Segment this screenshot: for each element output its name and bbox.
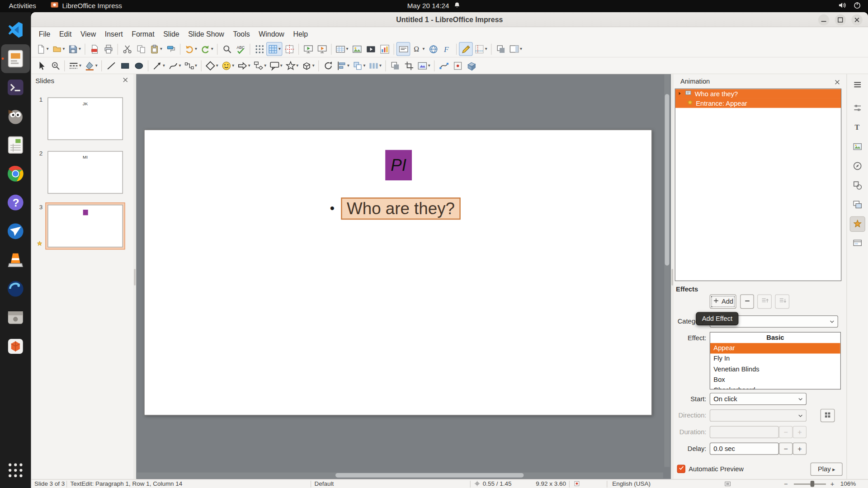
tab-master-slides[interactable]: [849, 236, 865, 251]
minimize-button[interactable]: [818, 14, 829, 25]
block-arrows-button[interactable]: ▾: [236, 59, 252, 73]
redo-button[interactable]: ▾: [199, 42, 215, 56]
start-dropdown[interactable]: On click: [710, 393, 807, 405]
stars-and-banners-button[interactable]: ▾: [284, 59, 300, 73]
add-effect-button[interactable]: Add: [710, 294, 736, 309]
delay-decrease-button[interactable]: −: [779, 443, 793, 455]
menu-insert[interactable]: Insert: [100, 28, 127, 40]
animation-panel-close-icon[interactable]: [832, 77, 842, 87]
arrange-objects-button[interactable]: ▾: [351, 59, 368, 73]
status-master-slide[interactable]: Default: [315, 480, 334, 487]
automatic-preview-checkbox[interactable]: [677, 465, 685, 473]
fit-slide-icon[interactable]: [724, 480, 731, 488]
duration-field[interactable]: [710, 426, 779, 438]
flowchart-shapes-button[interactable]: ▾: [252, 59, 268, 73]
sidebar-menu[interactable]: [849, 77, 865, 92]
vscode-dock-icon[interactable]: [1, 15, 30, 44]
insert-fontwork-button[interactable]: F: [440, 42, 454, 56]
symbol-shapes-button[interactable]: ▾: [220, 59, 236, 73]
save-button[interactable]: ▾: [66, 42, 83, 56]
find-replace-button[interactable]: [220, 42, 234, 56]
distribution-button[interactable]: ▾: [367, 59, 383, 73]
clone-formatting-button[interactable]: [164, 42, 178, 56]
menu-edit[interactable]: Edit: [55, 28, 76, 40]
display-grid-button[interactable]: [252, 42, 266, 56]
connectors-button[interactable]: ▾: [183, 59, 199, 73]
shadow-button[interactable]: [494, 42, 508, 56]
effect-options-button[interactable]: [821, 409, 835, 422]
vlc-dock-icon[interactable]: [1, 246, 30, 275]
fill-color-button[interactable]: ▾: [83, 59, 99, 73]
activities-button[interactable]: Activities: [9, 2, 36, 10]
duration-decrease-button[interactable]: −: [779, 426, 793, 438]
insert-hyperlink-button[interactable]: [426, 42, 440, 56]
tab-gallery[interactable]: [849, 139, 865, 154]
menu-slide[interactable]: Slide: [159, 28, 184, 40]
system-status-area[interactable]: [838, 1, 861, 11]
spelling-button[interactable]: ABC: [234, 42, 248, 56]
insert-special-character-button[interactable]: Ω▾: [410, 42, 427, 56]
unsaved-changes-icon[interactable]: [574, 480, 580, 488]
tab-properties[interactable]: [849, 100, 865, 116]
start-from-first-slide-button[interactable]: [301, 42, 315, 56]
show-draw-functions-button[interactable]: [459, 42, 473, 56]
duration-increase-button[interactable]: +: [793, 426, 807, 438]
align-objects-button[interactable]: ▾: [335, 59, 351, 73]
chrome-dock-icon[interactable]: [1, 160, 30, 188]
play-button[interactable]: Play ▸: [811, 463, 843, 476]
menu-tools[interactable]: Tools: [229, 28, 255, 40]
calc-dock-icon[interactable]: [1, 131, 30, 160]
selected-text[interactable]: Who are they?: [341, 197, 460, 220]
helplines-while-moving-button[interactable]: [283, 42, 297, 56]
crop-image-button[interactable]: [402, 59, 416, 73]
direction-dropdown[interactable]: [710, 409, 807, 422]
tab-shapes[interactable]: [849, 178, 865, 193]
help-dock-icon[interactable]: ?: [1, 188, 30, 217]
basic-shapes-button[interactable]: ▾: [204, 59, 220, 73]
delay-increase-button[interactable]: +: [793, 443, 807, 455]
undo-button[interactable]: ▾: [183, 42, 199, 56]
effect-option-box[interactable]: Box: [710, 375, 840, 385]
sidebar-toggle-button[interactable]: ▾: [508, 42, 524, 56]
terminal-dock-icon[interactable]: [1, 73, 30, 102]
insert-table-button[interactable]: ▾: [334, 42, 350, 56]
slide-thumbnail-3[interactable]: [45, 202, 125, 249]
zoom-pan-button[interactable]: [48, 59, 62, 73]
thunderbird-dock-icon[interactable]: [1, 217, 30, 246]
start-from-current-slide-button[interactable]: [315, 42, 329, 56]
app-grid-dock-icon[interactable]: [1, 456, 30, 485]
gimp-dock-icon[interactable]: [1, 102, 30, 131]
snap-guides-button[interactable]: ▾: [266, 42, 283, 56]
effect-option-checkerboard[interactable]: Checkerboard: [710, 385, 840, 389]
clock-menu[interactable]: May 20 14:24: [407, 1, 461, 11]
insert-line-button[interactable]: [104, 59, 118, 73]
effect-option-venetian-blinds[interactable]: Venetian Blinds: [710, 364, 840, 375]
vertical-scrollbar[interactable]: [664, 74, 670, 467]
rotate-button[interactable]: [321, 59, 335, 73]
insert-chart-button[interactable]: [377, 42, 392, 56]
toggle-extrusion-button[interactable]: [465, 59, 479, 73]
tab-styles[interactable]: T: [849, 119, 865, 135]
callout-shapes-button[interactable]: ▾: [268, 59, 284, 73]
select-button[interactable]: [34, 59, 48, 73]
zoom-slider[interactable]: [794, 483, 826, 484]
lines-and-arrows-button[interactable]: ▾: [151, 59, 167, 73]
rectangle-button[interactable]: [118, 59, 132, 73]
snap-lines-button[interactable]: ▾: [473, 42, 489, 56]
title-bar[interactable]: Untitled 1 - LibreOffice Impress: [31, 12, 868, 27]
edit-points-button[interactable]: [437, 59, 451, 73]
tab-slide-transition[interactable]: [849, 197, 865, 212]
expander-icon[interactable]: [677, 90, 683, 98]
remote-app-dock-icon[interactable]: [1, 274, 30, 303]
outline-text-line[interactable]: • Who are they?: [330, 197, 460, 220]
effect-option-fly-in[interactable]: Fly In: [710, 353, 840, 364]
ellipse-button[interactable]: [132, 59, 146, 73]
archive-manager-dock-icon[interactable]: [1, 303, 30, 332]
animation-effects-list[interactable]: Who are they?Entrance: Appear: [675, 89, 842, 281]
purple-shape[interactable]: PI: [385, 150, 412, 180]
paste-button[interactable]: ▾: [148, 42, 164, 56]
export-pdf-button[interactable]: [88, 42, 102, 56]
animation-list-item[interactable]: Who are they?: [675, 89, 841, 99]
software-store-dock-icon[interactable]: [1, 332, 30, 361]
open-file-button[interactable]: ▾: [50, 42, 66, 56]
